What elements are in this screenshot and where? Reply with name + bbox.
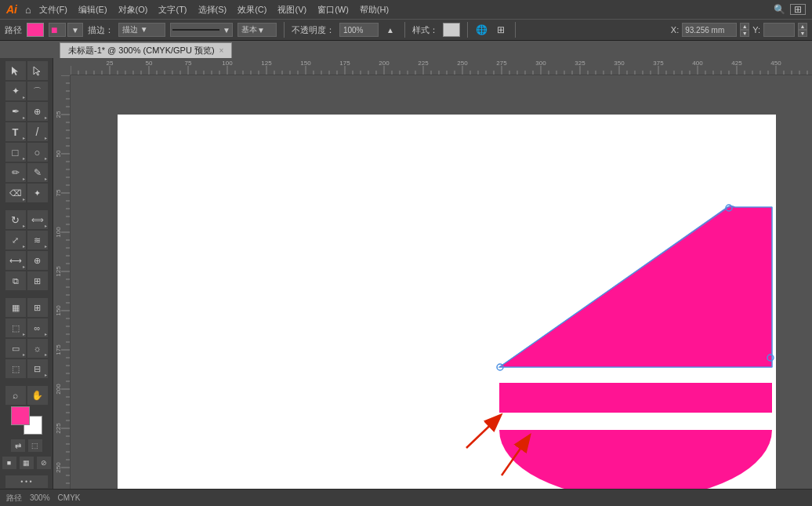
reflect-tool[interactable]: ⟺ ▸ (27, 210, 48, 229)
shaper-tool[interactable]: ✦ (27, 184, 48, 202)
x-down-btn[interactable]: ▼ (740, 30, 749, 37)
tool-row-9: ⤢ ▸ ≋ ▸ (5, 231, 48, 249)
x-up-btn[interactable]: ▲ (740, 23, 749, 30)
options-bar: 路径 ■ ▼ 描边： 描边 ▼ ▼ 基本 ▼ 不透明度： 100% ▲ 样式： … (0, 19, 812, 41)
tool-row-6: ✏ ▸ ✎ ▸ (5, 163, 48, 182)
blend-tool[interactable]: ∞ ▸ (27, 319, 48, 337)
stroke-label: 描边： (88, 24, 114, 36)
menu-help[interactable]: 帮助(H) (360, 4, 389, 16)
status-zoom: 300% (30, 493, 50, 502)
title-bar: Ai ⌂ 文件(F) 编辑(E) 对象(O) 文字(T) 选择(S) 效果(C)… (0, 0, 812, 19)
menu-file[interactable]: 文件(F) (39, 4, 67, 16)
y-down-btn[interactable]: ▼ (798, 30, 807, 37)
y-up-btn[interactable]: ▲ (798, 23, 807, 30)
color-swatches (11, 406, 42, 435)
symbol-tool[interactable]: ☼ ▸ (27, 339, 48, 358)
stroke-style-select[interactable]: ■ (49, 23, 66, 37)
tool-row-15: ⬚ ⊟ ▸ (5, 359, 48, 378)
magic-wand-tool[interactable]: ✦ ▸ (5, 82, 26, 100)
stroke-dropdown[interactable]: 描边 ▼ (118, 23, 165, 37)
pencil-tool[interactable]: ✎ ▸ (27, 163, 48, 182)
align-icon[interactable]: ⊞ (494, 23, 508, 37)
none-mode-btn[interactable]: ⊘ (37, 457, 51, 469)
tool-row-11: ⧉ ⊞ (5, 271, 48, 290)
style-color-box[interactable] (443, 23, 460, 37)
brush-tool[interactable]: ✏ ▸ (5, 163, 26, 182)
ruler-h-canvas (71, 58, 812, 75)
x-input[interactable]: 93.256 mm (682, 23, 737, 37)
color-swatch-area: ⇄ ⬚ ■ ▦ ⊘ • • • (2, 406, 51, 489)
gradient-mode-btn[interactable]: ▦ (20, 457, 34, 469)
search-icon[interactable]: 🔍 (774, 4, 785, 15)
tool-row-16: ⌕ ✋ (5, 386, 48, 405)
menu-window[interactable]: 窗口(W) (317, 4, 349, 16)
menu-object[interactable]: 对象(O) (118, 4, 148, 16)
tool-row-2: ✦ ▸ ⌒ (5, 82, 48, 100)
tab-label: 未标题-1* @ 300% (CMYK/GPU 预览) (68, 45, 215, 56)
scale-tool[interactable]: ⤢ ▸ (5, 231, 26, 249)
puppet-tool[interactable]: ⊕ (27, 251, 48, 270)
coords-area: X: 93.256 mm ▲ ▼ Y: ▲ ▼ (671, 23, 807, 37)
menu-type[interactable]: 文字(T) (158, 4, 187, 16)
pen-tool[interactable]: ✒ ▸ (5, 102, 26, 121)
rotate-tool[interactable]: ↻ ▸ (5, 210, 26, 229)
chart-tool[interactable]: ▭ ▸ (5, 339, 26, 358)
ruler-v-canvas (53, 75, 71, 489)
shape-builder-tool[interactable]: ⊞ (27, 271, 48, 290)
tool-row-10: ⟷ ▸ ⊕ (5, 251, 48, 270)
artboard (118, 115, 776, 489)
color-mode-btn[interactable]: ■ (2, 457, 16, 469)
tab-close-btn[interactable]: × (219, 46, 224, 55)
direct-selection-tool[interactable] (27, 61, 48, 80)
document-tab[interactable]: 未标题-1* @ 300% (CMYK/GPU 预览) × (60, 42, 232, 58)
opacity-field[interactable]: 100% (339, 23, 379, 37)
panel-icon[interactable]: ⊞ (790, 4, 806, 15)
hand-tool[interactable]: ✋ (27, 386, 48, 405)
opacity-label: 不透明度： (292, 24, 335, 36)
artboard-tool[interactable]: ⬚ (5, 359, 26, 378)
x-label: X: (671, 25, 679, 35)
menu-bar: 文件(F) 编辑(E) 对象(O) 文字(T) 选择(S) 效果(C) 视图(V… (39, 4, 389, 16)
ellipse-tool[interactable]: ○ ▸ (27, 143, 48, 162)
opacity-up-btn[interactable]: ▲ (383, 23, 397, 37)
tool-row-12: ▦ ⊞ (5, 298, 48, 317)
mesh-tool[interactable]: ⊞ (27, 298, 48, 317)
type-tool[interactable]: T ▸ (5, 122, 26, 141)
warp-tool[interactable]: ≋ ▸ (27, 231, 48, 249)
style-label: 样式： (412, 24, 438, 36)
lasso-tool[interactable]: ⌒ (27, 82, 48, 100)
stroke-weight-btn[interactable]: ▼ (67, 23, 83, 37)
eraser-tool[interactable]: ⌫ ▸ (5, 184, 26, 202)
global-icon[interactable]: 🌐 (475, 23, 489, 37)
default-colors-btn[interactable]: ⬚ (28, 439, 42, 452)
free-transform-tool[interactable]: ⧉ (5, 271, 26, 290)
menu-effect[interactable]: 效果(C) (237, 4, 266, 16)
eyedropper-tool[interactable]: ⬚ ▸ (5, 319, 26, 337)
anchor-tool[interactable]: ⊕ ▸ (27, 102, 48, 121)
ruler-vertical (53, 75, 71, 489)
status-bar: 路径 300% CMYK (0, 489, 812, 506)
canvas-area[interactable] (71, 75, 812, 489)
slice-tool[interactable]: ⊟ ▸ (27, 359, 48, 378)
line-tool[interactable]: / ▸ (27, 122, 48, 141)
zoom-tool[interactable]: ⌕ (5, 386, 26, 405)
stroke-preview: ▼ (170, 23, 233, 37)
path-label: 路径 (5, 24, 22, 36)
toolbar-sidebar: ✦ ▸ ⌒ ✒ ▸ ⊕ ▸ T ▸ / ▸ (0, 58, 53, 489)
gradient-tool[interactable]: ▦ (5, 298, 26, 317)
more-tools-btn[interactable]: • • • (5, 475, 48, 488)
menu-select[interactable]: 选择(S) (198, 4, 227, 16)
tool-row-3: ✒ ▸ ⊕ ▸ (5, 102, 48, 121)
home-icon[interactable]: ⌂ (25, 4, 31, 16)
swap-colors-btn[interactable]: ⇄ (11, 439, 25, 452)
menu-view[interactable]: 视图(V) (277, 4, 306, 16)
app-logo: Ai (6, 3, 17, 16)
width-tool[interactable]: ⟷ ▸ (5, 251, 26, 270)
rect-tool[interactable]: □ ▸ (5, 143, 26, 162)
fill-color-box[interactable] (27, 23, 44, 37)
selection-tool[interactable] (5, 61, 26, 80)
menu-edit[interactable]: 编辑(E) (78, 4, 107, 16)
basic-dropdown[interactable]: 基本 ▼ (237, 23, 277, 37)
y-input[interactable] (763, 23, 795, 37)
foreground-color-swatch[interactable] (11, 406, 30, 425)
